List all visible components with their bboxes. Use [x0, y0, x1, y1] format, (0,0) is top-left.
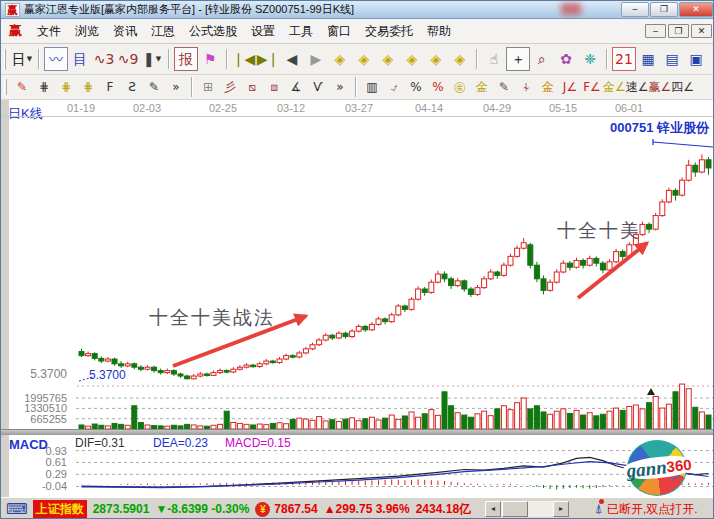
trend-chart-icon[interactable]: 〰 — [44, 47, 68, 71]
gann360-num: 360 — [666, 457, 692, 475]
save-icon[interactable]: ▣ — [684, 47, 708, 71]
export-icon[interactable]: ❏ — [708, 47, 714, 71]
box-fan-icon[interactable]: ⧅ — [241, 77, 263, 97]
zoom-out-v-icon[interactable]: ◈ — [376, 47, 400, 71]
gold-line-icon[interactable]: 金 — [471, 77, 493, 97]
j-angle-icon[interactable]: J∠ — [559, 77, 581, 97]
box-lines-icon[interactable]: ⧈ — [263, 77, 285, 97]
gold-circle-icon[interactable]: ㊎ — [449, 77, 471, 97]
horizontal-scrollbar[interactable]: ◂ ▸ — [485, 501, 569, 517]
scroll-left-button[interactable]: ◂ — [485, 501, 501, 517]
gold-grid-icon[interactable]: ⋕ — [55, 77, 77, 97]
prev-stock-icon[interactable]: ◀ — [280, 47, 304, 71]
status-bar: ⌨ 上证指数 2873.5901 ▼-8.6399 -0.30% ¥ 7867.… — [1, 497, 714, 519]
candle-style-button[interactable]: ❚▼ — [140, 47, 164, 71]
shanghai-index-change: ▼-8.6399 -0.30% — [155, 502, 249, 516]
menu-item-5[interactable]: 设置 — [244, 22, 282, 40]
toolbar-grip[interactable] — [4, 49, 6, 70]
menu-item-1[interactable]: 浏览 — [68, 22, 106, 40]
gann-grid-icon[interactable]: ⋕ — [33, 77, 55, 97]
toolbar-separator — [606, 49, 608, 69]
menu-item-3[interactable]: 江恩 — [144, 22, 182, 40]
menu-item-7[interactable]: 窗口 — [320, 22, 358, 40]
box-tool-icon[interactable]: ⊞ — [197, 77, 219, 97]
last-screen-icon[interactable]: ▶❘ — [256, 47, 280, 71]
shenzhen-index-value: 7867.54 — [274, 502, 317, 516]
magnifier-icon[interactable]: ⌕ — [530, 47, 554, 71]
win-angle-icon[interactable]: 赢∠ — [649, 77, 672, 97]
five-grid-icon[interactable]: Ƨ — [121, 77, 143, 97]
zoom-in-h-icon[interactable]: ◈ — [352, 47, 376, 71]
menu-item-0[interactable]: 文件 — [30, 22, 68, 40]
menu-item-6[interactable]: 工具 — [282, 22, 320, 40]
calculator-icon[interactable]: ▦ — [636, 47, 660, 71]
mdi-close-button[interactable]: ✕ — [691, 24, 712, 38]
pencil-grid-icon[interactable]: ✎ — [143, 77, 165, 97]
date-tick-03-12: 03-12 — [277, 102, 305, 114]
brain-icon[interactable]: ❈ — [578, 47, 602, 71]
wave9-icon[interactable]: ∿9 — [116, 47, 140, 71]
scrollbar-thumb[interactable] — [502, 501, 528, 517]
toolbar-main: 日▼〰目∿3∿9❚▼报⚑❘◀▶❘◀▶◈◈◈◈◈◈☝＋⌕✿❈21▦▤▣❏⎙ — [1, 44, 714, 75]
annotation-perfect-text: 十全十美 — [557, 218, 641, 244]
more-mid-icon[interactable]: » — [329, 77, 351, 97]
knife-icon[interactable]: ✎ — [11, 77, 33, 97]
wave-tool-icon[interactable]: Ѵ — [307, 77, 329, 97]
menu-item-4[interactable]: 公式选股 — [182, 22, 244, 40]
turnover-amount: 2434.18亿 — [416, 501, 471, 518]
close-button[interactable]: ✕ — [679, 2, 713, 17]
angle-tool-icon[interactable]: ∡ — [285, 77, 307, 97]
zoom-in-v-icon[interactable]: ◈ — [400, 47, 424, 71]
mdi-minimize-button[interactable]: – — [645, 24, 666, 38]
report-icon[interactable]: 报 — [174, 47, 198, 71]
ruler-icon[interactable]: ▥ — [361, 77, 383, 97]
shanghai-index-badge[interactable]: 上证指数 — [33, 500, 87, 519]
crosshair-icon[interactable]: ＋ — [506, 47, 530, 71]
pencil2-icon[interactable]: ✎ — [493, 77, 515, 97]
gold-angle-icon[interactable]: 金∠ — [603, 77, 626, 97]
next-stock-icon[interactable]: ▶ — [304, 47, 328, 71]
first-screen-icon[interactable]: ❘◀ — [232, 47, 256, 71]
more-left-icon[interactable]: » — [165, 77, 187, 97]
f10-info-icon[interactable]: 目 — [68, 47, 92, 71]
keyboard-icon[interactable]: ⌨ — [6, 500, 28, 518]
f-angle-icon[interactable]: F∠ — [581, 77, 603, 97]
maximize-button[interactable]: ❐ — [650, 2, 678, 17]
shanghai-index-value: 2873.5901 — [93, 502, 150, 516]
gold-grid2-icon[interactable]: ⋕ — [77, 77, 99, 97]
gann-fan-icon[interactable]: 彡 — [219, 77, 241, 97]
minimize-button[interactable]: – — [621, 2, 649, 17]
mdi-restore-button[interactable]: ❐ — [668, 24, 689, 38]
calendar-icon[interactable]: 21 — [612, 47, 636, 71]
scrollbar-track[interactable] — [501, 501, 553, 517]
shift-right-icon[interactable]: ◈ — [448, 47, 472, 71]
percent-icon[interactable]: % — [405, 77, 427, 97]
kline-period-button[interactable]: 日▼ — [10, 47, 34, 71]
zoom-out-h-icon[interactable]: ◈ — [328, 47, 352, 71]
band-tool-icon[interactable]: ⍭ — [515, 77, 537, 97]
connection-status[interactable]: ⍋ 已断开,双点打开. — [595, 501, 697, 518]
macd-dea-value: DEA=0.23 — [153, 436, 208, 450]
panel-separator[interactable] — [1, 429, 714, 435]
retrace-percent-icon[interactable]: ⍻ — [383, 77, 405, 97]
shift-left-icon[interactable]: ◈ — [424, 47, 448, 71]
percent-line-icon[interactable]: % — [427, 77, 449, 97]
notepad-icon[interactable]: ▤ — [660, 47, 684, 71]
gann-flower-icon[interactable]: ✿ — [554, 47, 578, 71]
f-grid-icon[interactable]: F — [99, 77, 121, 97]
speed-angle-icon[interactable]: 速∠ — [626, 77, 649, 97]
redacted-blob — [561, 3, 581, 15]
toolbar-grip[interactable] — [4, 79, 7, 96]
scroll-right-button[interactable]: ▸ — [553, 501, 569, 517]
shenzhen-index-icon[interactable]: ¥ — [255, 502, 270, 517]
four-angle-icon[interactable]: 四∠ — [671, 77, 694, 97]
price-scale-label: 5.3700 — [7, 367, 67, 381]
gold-red-icon[interactable]: 金 — [537, 77, 559, 97]
flag-icon[interactable]: ⚑ — [198, 47, 222, 71]
menu-item-9[interactable]: 帮助 — [420, 22, 458, 40]
wave3-icon[interactable]: ∿3 — [92, 47, 116, 71]
hand-icon[interactable]: ☝ — [482, 47, 506, 71]
menu-item-2[interactable]: 资讯 — [106, 22, 144, 40]
date-tick-05-15: 05-15 — [549, 102, 577, 114]
menu-item-8[interactable]: 交易委托 — [358, 22, 420, 40]
